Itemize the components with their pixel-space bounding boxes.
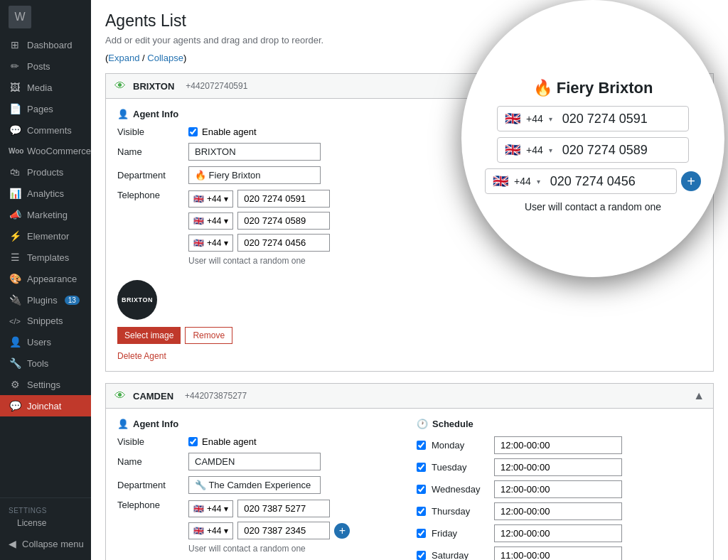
brixton-name-input[interactable]: [188, 143, 321, 161]
sidebar-item-settings[interactable]: ⚙ Settings: [0, 374, 91, 395]
magnifier-phone-row-1: 🇬🇧 +44 ▾ 020 7274 0591: [497, 106, 689, 131]
camden-phone2-flag-select[interactable]: 🇬🇧 +44 ▾: [188, 522, 233, 539]
sidebar-item-users[interactable]: 👤 Users: [0, 331, 91, 352]
sidebar-item-media[interactable]: 🖼 Media: [0, 77, 91, 98]
camden-phone1-code: +44: [207, 504, 221, 514]
plugins-icon: 🔌: [9, 294, 21, 306]
camden-thursday-checkbox[interactable]: [417, 507, 426, 516]
brixton-delete-agent-link[interactable]: Delete Agent: [117, 351, 166, 361]
sidebar-item-appearance[interactable]: 🎨 Appearance: [0, 268, 91, 289]
camden-telephone-row: Telephone 🇬🇧 +44 ▾: [117, 500, 402, 560]
camden-friday-input[interactable]: [494, 524, 622, 542]
sidebar-item-snippets[interactable]: </> Snippets: [0, 311, 91, 331]
brixton-select-image-button[interactable]: Select image: [117, 327, 181, 344]
camden-tuesday-checkbox[interactable]: [417, 463, 426, 472]
sidebar-item-analytics[interactable]: 📊 Analytics: [0, 183, 91, 204]
elementor-icon: ⚡: [9, 230, 21, 242]
sidebar-item-joinchat[interactable]: 💬 Joinchat: [0, 395, 91, 416]
wp-logo-icon: W: [9, 6, 31, 28]
camden-monday-input[interactable]: [494, 436, 622, 454]
camden-random-text: User will contact a random one: [188, 544, 350, 554]
camden-saturday-input[interactable]: [494, 546, 622, 560]
camden-thursday-row: Thursday: [417, 502, 702, 520]
brixton-phone2-input[interactable]: [237, 212, 330, 230]
camden-wednesday-checkbox[interactable]: [417, 485, 426, 494]
camden-phone-list: 🇬🇧 +44 ▾ 🇬🇧 +44 ▾: [188, 500, 350, 560]
expand-link[interactable]: Expand: [108, 53, 139, 63]
sidebar-sub-license[interactable]: License: [0, 516, 91, 530]
camden-monday-row: Monday: [417, 436, 702, 454]
camden-visible-label: Visible: [117, 436, 181, 447]
sidebar-item-templates[interactable]: ☰ Templates: [0, 247, 91, 268]
camden-collapse-button[interactable]: ▲: [693, 389, 705, 402]
camden-phone1-input[interactable]: [237, 500, 330, 517]
camden-enable-checkbox[interactable]: [188, 437, 198, 446]
products-icon: 🛍: [9, 166, 21, 178]
mag-caret-1: ▾: [549, 115, 552, 123]
woo-icon: Woo: [9, 147, 21, 155]
sidebar-item-dashboard[interactable]: ⊞ Dashboard: [0, 34, 91, 55]
snippets-icon: </>: [9, 317, 21, 325]
brixton-phone3-input[interactable]: [237, 234, 330, 252]
uk-flag-icon-1: 🇬🇧: [193, 194, 204, 204]
collapse-icon: ◀: [9, 538, 16, 549]
mag-uk-flag-3: 🇬🇧: [493, 173, 508, 189]
brixton-phone2-flag-select[interactable]: 🇬🇧 +44 ▾: [188, 212, 233, 230]
camden-agent-card: 👁 CAMDEN +442073875277 ▲ 👤 Agent Info Vi…: [105, 383, 714, 560]
camden-department-input[interactable]: [188, 476, 321, 494]
camden-saturday-checkbox[interactable]: [417, 551, 426, 560]
analytics-icon: 📊: [9, 188, 21, 199]
brixton-agent-name: BRIXTON: [133, 81, 174, 92]
camden-wednesday-input[interactable]: [494, 480, 622, 498]
marketing-icon: 📣: [9, 209, 21, 220]
uk-flag-icon-2: 🇬🇧: [193, 216, 204, 226]
brixton-phone2-code: +44: [207, 216, 221, 226]
sidebar-item-marketing[interactable]: 📣 Marketing: [0, 204, 91, 225]
main-content: Agents List Add or edit your agents and …: [91, 0, 728, 560]
camden-thursday-input[interactable]: [494, 502, 622, 520]
camden-schedule-panel: 🕐 Schedule Monday Tuesday: [417, 419, 702, 560]
magnifier-phone-row-3: 🇬🇧 +44 ▾ 020 7274 0456: [485, 168, 677, 194]
uk-flag-icon-3: 🇬🇧: [193, 238, 204, 248]
dropdown-caret-1: ▾: [224, 194, 228, 204]
templates-icon: ☰: [9, 252, 21, 263]
sidebar-item-elementor[interactable]: ⚡ Elementor: [0, 225, 91, 247]
brixton-remove-button[interactable]: Remove: [185, 327, 232, 344]
camden-name-input[interactable]: [188, 453, 321, 470]
collapse-menu-button[interactable]: ◀ Collapse menu: [0, 533, 91, 554]
camden-add-phone-button[interactable]: +: [334, 523, 350, 539]
users-icon: 👤: [9, 336, 21, 348]
brixton-phone3-flag-select[interactable]: 🇬🇧 +44 ▾: [188, 235, 233, 252]
magnifier-add-phone-button[interactable]: +: [681, 171, 701, 191]
sidebar-item-tools[interactable]: 🔧 Tools: [0, 352, 91, 374]
brixton-phone1-flag-select[interactable]: 🇬🇧 +44 ▾: [188, 190, 233, 208]
brixton-telephone-label: Telephone: [117, 190, 181, 200]
camden-enable-checkbox-row: Enable agent: [188, 436, 257, 447]
sidebar-item-products[interactable]: 🛍 Products: [0, 161, 91, 183]
camden-agent-header: 👁 CAMDEN +442073875277 ▲: [106, 384, 713, 409]
camden-friday-checkbox[interactable]: [417, 529, 426, 538]
pages-icon: 📄: [9, 103, 21, 114]
brixton-department-input[interactable]: [188, 166, 321, 184]
camden-caret-1: ▾: [224, 504, 228, 514]
camden-enable-label: Enable agent: [202, 436, 257, 447]
brixton-phone-row-1: 🇬🇧 +44 ▾: [188, 190, 330, 208]
sidebar-item-posts[interactable]: ✏ Posts: [0, 55, 91, 77]
sidebar-item-plugins[interactable]: 🔌 Plugins 13: [0, 289, 91, 311]
sidebar-item-pages[interactable]: 📄 Pages: [0, 98, 91, 119]
brixton-enable-checkbox[interactable]: [188, 127, 198, 136]
camden-phone-row-1: 🇬🇧 +44 ▾: [188, 500, 350, 517]
sidebar-item-comments[interactable]: 💬 Comments: [0, 119, 91, 141]
sidebar-bottom: Settings License ◀ Collapse menu: [0, 497, 91, 560]
mag-uk-flag-2: 🇬🇧: [505, 142, 520, 158]
sidebar-item-woocommerce[interactable]: Woo WooCommerce: [0, 141, 91, 161]
camden-phone2-input[interactable]: [237, 522, 330, 539]
camden-phone1-flag-select[interactable]: 🇬🇧 +44 ▾: [188, 500, 233, 517]
camden-tuesday-input[interactable]: [494, 458, 622, 476]
brixton-header-left: 👁 BRIXTON +442072740591: [114, 80, 247, 92]
media-icon: 🖼: [9, 82, 21, 93]
brixton-phone1-input[interactable]: [237, 190, 330, 208]
camden-monday-checkbox[interactable]: [417, 441, 426, 450]
brixton-enable-label: Enable agent: [202, 126, 257, 137]
collapse-link[interactable]: Collapse: [147, 53, 183, 63]
